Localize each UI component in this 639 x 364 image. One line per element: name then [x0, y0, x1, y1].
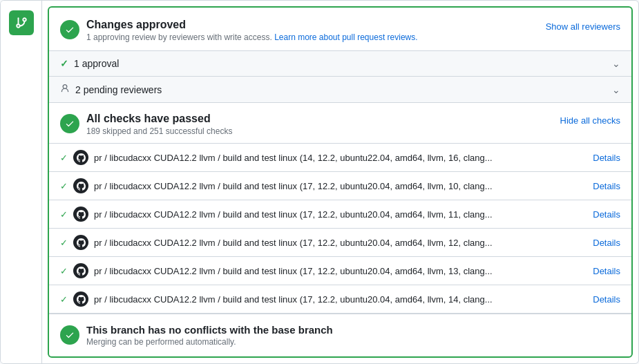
details-link[interactable]: Details	[593, 209, 620, 220]
approved-header: Changes approved 1 approving review by r…	[49, 8, 631, 51]
check-row-left: ✓ pr / libcudacxx CUDA12.2 llvm / build …	[60, 178, 587, 193]
check-tick-icon: ✓	[60, 266, 68, 276]
show-all-reviewers-link[interactable]: Show all reviewers	[546, 21, 620, 32]
github-icon	[73, 150, 88, 165]
check-tick-icon: ✓	[60, 294, 68, 305]
approval-row-left: ✓ 1 approval	[60, 58, 119, 69]
check-row: ✓ pr / libcudacxx CUDA12.2 llvm / build …	[49, 257, 631, 285]
main-panel: Changes approved 1 approving review by r…	[48, 6, 633, 358]
branch-title: This branch has no conflicts with the ba…	[86, 324, 333, 336]
github-icon	[73, 207, 88, 222]
github-icon	[73, 178, 88, 193]
check-row-left: ✓ pr / libcudacxx CUDA12.2 llvm / build …	[60, 150, 587, 165]
approved-subtitle: 1 approving review by reviewers with wri…	[86, 32, 418, 42]
approved-left: Changes approved 1 approving review by r…	[60, 19, 418, 42]
github-icon	[73, 263, 88, 278]
main-content: Changes approved 1 approving review by r…	[49, 8, 631, 356]
details-link[interactable]: Details	[593, 181, 620, 191]
learn-more-link[interactable]: Learn more about pull request reviews.	[274, 32, 417, 42]
check-label: pr / libcudacxx CUDA12.2 llvm / build an…	[94, 181, 493, 191]
approval-check-icon: ✓	[60, 58, 68, 69]
check-row-left: ✓ pr / libcudacxx CUDA12.2 llvm / build …	[60, 207, 587, 222]
check-label: pr / libcudacxx CUDA12.2 llvm / build an…	[94, 153, 493, 163]
check-row-left: ✓ pr / libcudacxx CUDA12.2 llvm / build …	[60, 263, 587, 278]
check-row: ✓ pr / libcudacxx CUDA12.2 llvm / build …	[49, 285, 631, 314]
check-row-left: ✓ pr / libcudacxx CUDA12.2 llvm / build …	[60, 291, 587, 307]
check-rows-container: ✓ pr / libcudacxx CUDA12.2 llvm / build …	[49, 144, 631, 314]
branch-section: This branch has no conflicts with the ba…	[49, 314, 631, 356]
checks-subtitle: 189 skipped and 251 successful checks	[86, 126, 232, 136]
pending-row-label: 2 pending reviewers	[75, 84, 162, 95]
details-link[interactable]: Details	[593, 294, 620, 305]
pending-row-left: 2 pending reviewers	[60, 84, 162, 95]
details-link[interactable]: Details	[593, 238, 620, 248]
check-row-left: ✓ pr / libcudacxx CUDA12.2 llvm / build …	[60, 235, 587, 250]
check-tick-icon: ✓	[60, 209, 68, 220]
details-link[interactable]: Details	[593, 266, 620, 276]
branch-subtitle: Merging can be performed automatically.	[86, 337, 333, 347]
check-label: pr / libcudacxx CUDA12.2 llvm / build an…	[94, 266, 493, 276]
branch-check-circle	[60, 325, 79, 345]
page-wrapper: Changes approved 1 approving review by r…	[0, 0, 639, 364]
checks-check-circle	[60, 114, 79, 133]
check-tick-icon: ✓	[60, 153, 68, 163]
check-row: ✓ pr / libcudacxx CUDA12.2 llvm / build …	[49, 229, 631, 257]
github-icon	[73, 235, 88, 250]
check-label: pr / libcudacxx CUDA12.2 llvm / build an…	[94, 238, 493, 248]
hide-all-checks-link[interactable]: Hide all checks	[560, 115, 620, 126]
github-icon	[73, 291, 88, 307]
pending-collapsible-row[interactable]: 2 pending reviewers ⌄	[49, 77, 631, 103]
person-icon	[60, 84, 70, 95]
check-label: pr / libcudacxx CUDA12.2 llvm / build an…	[94, 209, 493, 220]
checks-text: All checks have passed 189 skipped and 2…	[86, 113, 232, 136]
check-row: ✓ pr / libcudacxx CUDA12.2 llvm / build …	[49, 200, 631, 229]
pending-chevron-icon: ⌄	[612, 84, 620, 95]
checks-left: All checks have passed 189 skipped and 2…	[60, 113, 232, 136]
check-row: ✓ pr / libcudacxx CUDA12.2 llvm / build …	[49, 144, 631, 172]
approval-row-label: 1 approval	[74, 58, 119, 69]
approval-collapsible-row[interactable]: ✓ 1 approval ⌄	[49, 51, 631, 77]
branch-text: This branch has no conflicts with the ba…	[86, 324, 333, 347]
checks-title: All checks have passed	[86, 113, 232, 125]
sidebar	[1, 1, 42, 363]
check-row: ✓ pr / libcudacxx CUDA12.2 llvm / build …	[49, 172, 631, 200]
checks-header: All checks have passed 189 skipped and 2…	[49, 103, 631, 144]
approved-title: Changes approved	[86, 19, 418, 31]
details-link[interactable]: Details	[593, 153, 620, 163]
approval-chevron-icon: ⌄	[612, 58, 620, 69]
check-tick-icon: ✓	[60, 181, 68, 191]
approved-check-circle	[60, 20, 79, 39]
check-label: pr / libcudacxx CUDA12.2 llvm / build an…	[94, 294, 493, 305]
git-branch-icon	[9, 10, 34, 35]
approved-text: Changes approved 1 approving review by r…	[86, 19, 418, 42]
check-tick-icon: ✓	[60, 238, 68, 248]
